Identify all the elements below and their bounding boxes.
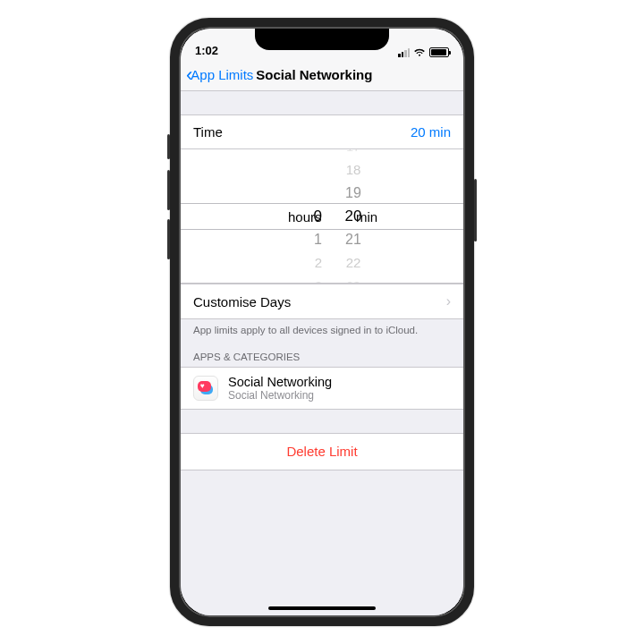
category-row[interactable]: ♥ Social Networking Social Networking — [181, 367, 463, 410]
status-time: 1:02 — [195, 44, 218, 57]
power-button — [474, 179, 477, 242]
navigation-bar: ‹ App Limits Social Networking — [181, 59, 463, 91]
minutes-unit-label: min — [356, 208, 377, 224]
hours-unit-label: hours — [288, 208, 322, 224]
footnote: App limits apply to all devices signed i… — [181, 319, 463, 348]
time-value: 20 min — [411, 124, 451, 140]
volume-up-button — [167, 170, 170, 210]
battery-icon — [429, 47, 449, 57]
apps-section-header: APPS & CATEGORIES — [181, 348, 463, 367]
time-row[interactable]: Time 20 min — [181, 114, 463, 149]
notch — [255, 29, 389, 50]
back-button[interactable]: ‹ App Limits — [186, 65, 253, 85]
home-indicator[interactable] — [268, 606, 376, 610]
customise-days-label: Customise Days — [193, 294, 291, 309]
time-label: Time — [193, 124, 223, 140]
chevron-right-icon: › — [446, 293, 451, 309]
volume-down-button — [167, 219, 170, 259]
wifi-icon — [413, 48, 426, 57]
time-picker[interactable]: 0 1 2 3 17 18 19 20 21 22 23 — [181, 149, 463, 284]
category-title: Social Networking — [228, 375, 332, 389]
delete-limit-label: Delete Limit — [286, 444, 357, 459]
mute-switch — [167, 134, 170, 159]
back-label: App Limits — [191, 67, 253, 82]
cellular-signal-icon — [398, 48, 410, 57]
phone-frame: 1:02 ‹ App Limits Social Networking Time… — [170, 18, 474, 626]
content-scroll[interactable]: Time 20 min 0 1 2 3 — [181, 91, 463, 615]
social-networking-icon: ♥ — [193, 376, 218, 401]
page-title: Social Networking — [256, 67, 372, 82]
customise-days-row[interactable]: Customise Days › — [181, 284, 463, 319]
delete-limit-button[interactable]: Delete Limit — [181, 433, 463, 470]
category-subtitle: Social Networking — [228, 389, 332, 402]
